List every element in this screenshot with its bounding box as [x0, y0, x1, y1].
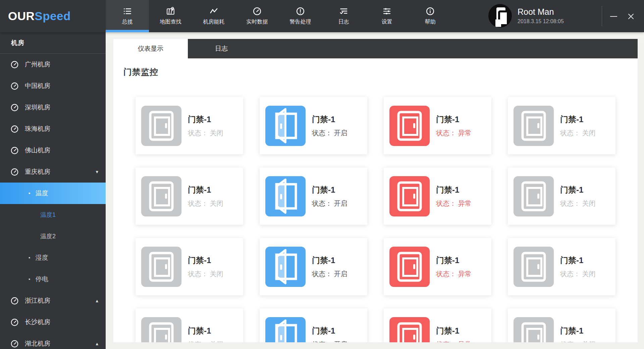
room-label: 长沙机房 [25, 318, 50, 327]
sidebar-item-humidity[interactable]: 湿度 [0, 247, 106, 268]
door-status: 状态： 异常 [436, 340, 472, 343]
map-search-icon [166, 6, 175, 16]
tab-bar: 仪表显示 日志 [113, 39, 638, 58]
chevron-up-icon[interactable] [96, 341, 98, 347]
room-label: 深圳机房 [25, 103, 50, 112]
door-title: 门禁-1 [312, 255, 347, 266]
room-label: 重庆机房 [25, 167, 50, 176]
door-card[interactable]: 门禁-1 状态： 开启 [260, 167, 367, 225]
main-content: 仪表显示 日志 门禁监控 门禁-1 状态： 关闭 门禁-1 状态： 开启 门禁-… [113, 32, 638, 349]
sidebar-item-chongqing[interactable]: 重庆机房 [0, 161, 106, 183]
door-open-icon [265, 106, 306, 146]
door-card[interactable]: 门禁-1 状态： 异常 [384, 238, 491, 295]
minimize-button[interactable] [608, 12, 619, 21]
list-icon [122, 6, 132, 16]
door-card[interactable]: 门禁-1 状态： 开启 [260, 97, 367, 154]
sidebar-item-zhongguo[interactable]: 中国机房 [0, 75, 106, 97]
door-card[interactable]: 门禁-1 状态： 开启 [260, 238, 367, 295]
door-open-icon [265, 176, 306, 216]
nav-label: 地图查找 [160, 18, 181, 26]
door-card[interactable]: 门禁-1 状态： 关闭 [508, 238, 615, 295]
gauge-icon [252, 6, 262, 16]
user-box: Root Man 2018.3.15 12:08:05 [488, 4, 564, 28]
door-open-icon [265, 317, 306, 343]
door-status: 状态： 异常 [436, 269, 472, 279]
nav-item-map-search[interactable]: 地图查找 [149, 0, 192, 32]
nav-item-overview[interactable]: 总揽 [106, 0, 149, 32]
door-status: 状态： 异常 [436, 129, 472, 138]
sidebar-item-zhuhai[interactable]: 珠海机房 [0, 118, 106, 140]
nav-label: 帮助 [425, 18, 436, 26]
close-button[interactable] [625, 12, 637, 21]
nav-item-logs[interactable]: 日志 [322, 0, 365, 32]
sidebar-item-zhejiang[interactable]: 浙江机房 [0, 290, 106, 311]
sidebar-item-hubei[interactable]: 湖北机房 [0, 333, 106, 349]
avatar[interactable] [488, 4, 512, 28]
door-card[interactable]: 门禁-1 状态： 关闭 [136, 167, 243, 225]
gauge-icon [10, 82, 19, 91]
gauge-icon [10, 339, 19, 348]
gauge-icon [10, 167, 19, 177]
door-title: 门禁-1 [436, 326, 472, 336]
sidebar-item-shenzhen[interactable]: 深圳机房 [0, 97, 106, 118]
room-label: 广州机房 [25, 60, 50, 69]
door-closed-icon [141, 176, 181, 216]
sidebar-item-power-outage[interactable]: 停电 [0, 268, 106, 290]
nav-item-help[interactable]: 帮助 [409, 0, 452, 32]
gauge-icon [10, 146, 19, 155]
nav-item-settings[interactable]: 设置 [365, 0, 409, 32]
room-label: 佛山机房 [25, 146, 50, 155]
nav-item-alert-handling[interactable]: 警告处理 [279, 0, 322, 32]
sidebar-item-changsha[interactable]: 长沙机房 [0, 311, 106, 333]
sub-label: 停电 [36, 275, 48, 284]
door-card[interactable]: 门禁-1 状态： 关闭 [136, 238, 243, 295]
door-closed-icon [514, 106, 554, 146]
door-card[interactable]: 门禁-1 状态： 异常 [384, 97, 491, 154]
door-card[interactable]: 门禁-1 状态： 关闭 [136, 97, 243, 154]
door-status: 状态： 开启 [312, 269, 347, 279]
door-status: 状态： 开启 [312, 129, 347, 138]
gauge-icon [10, 124, 19, 134]
door-card[interactable]: 门禁-1 状态： 异常 [384, 167, 491, 225]
door-status: 状态： 关闭 [560, 340, 596, 343]
door-title: 门禁-1 [560, 326, 596, 336]
door-card[interactable]: 门禁-1 状态： 关闭 [508, 167, 615, 225]
topbar: OURSpeed 总揽 地图查找 机房能耗 实时数据 警告处理 日志 设置 [0, 0, 644, 32]
sidebar-item-temperature-2[interactable]: 温度2 [0, 226, 106, 247]
sub-label: 温度 [36, 189, 48, 198]
door-card[interactable]: 门禁-1 状态： 异常 [384, 308, 491, 342]
sidebar-item-guangzhou[interactable]: 广州机房 [0, 54, 106, 75]
chevron-up-icon[interactable] [96, 298, 98, 304]
tab-log[interactable]: 日志 [188, 39, 255, 58]
tab-dashboard[interactable]: 仪表显示 [113, 39, 188, 58]
nav-item-realtime-data[interactable]: 实时数据 [235, 0, 279, 32]
door-closed-icon [141, 106, 181, 146]
user-info: Root Man 2018.3.15 12:08:05 [518, 7, 564, 24]
door-card[interactable]: 门禁-1 状态： 关闭 [136, 308, 243, 342]
sidebar-item-foshan[interactable]: 佛山机房 [0, 140, 106, 161]
sidebar-item-temperature[interactable]: 温度 [0, 183, 106, 204]
sidebar-header: 机房 [0, 32, 106, 54]
room-label: 中国机房 [25, 82, 50, 90]
door-title: 门禁-1 [188, 185, 223, 195]
sidebar-item-temperature-1[interactable]: 温度1 [0, 204, 106, 226]
subsub-label: 温度1 [40, 211, 56, 219]
door-title: 门禁-1 [188, 255, 223, 266]
gauge-icon [10, 60, 19, 69]
datetime: 2018.3.15 12:08:05 [518, 18, 564, 24]
door-title: 门禁-1 [436, 185, 472, 195]
door-status: 状态： 开启 [312, 340, 347, 343]
nav-item-energy[interactable]: 机房能耗 [192, 0, 235, 32]
door-title: 门禁-1 [560, 114, 596, 125]
door-card[interactable]: 门禁-1 状态： 关闭 [508, 97, 615, 154]
door-card[interactable]: 门禁-1 状态： 开启 [260, 308, 367, 342]
sub-label: 湿度 [36, 253, 48, 262]
door-status: 状态： 异常 [436, 199, 472, 208]
door-card[interactable]: 门禁-1 状态： 关闭 [508, 308, 615, 342]
door-title: 门禁-1 [188, 326, 223, 336]
room-label: 珠海机房 [25, 124, 50, 133]
nav-label: 日志 [338, 18, 349, 26]
chevron-down-icon[interactable] [96, 169, 98, 175]
nav-label: 警告处理 [290, 18, 311, 26]
door-closed-icon [141, 317, 181, 343]
